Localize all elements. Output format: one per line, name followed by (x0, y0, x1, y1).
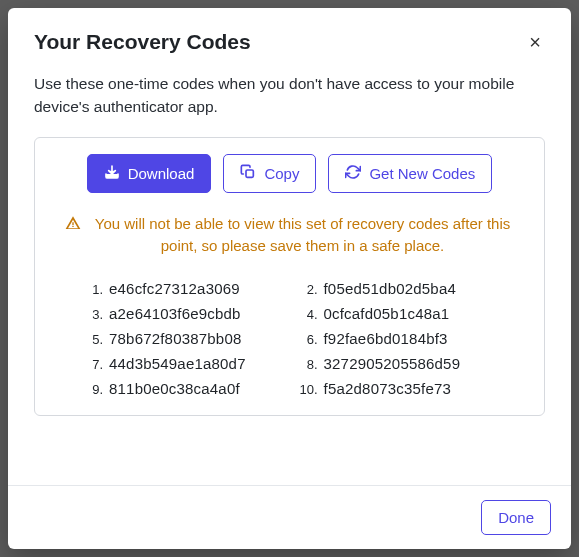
download-icon (104, 164, 120, 183)
copy-label: Copy (264, 165, 299, 182)
code-value: 3272905205586d59 (324, 355, 461, 372)
done-label: Done (498, 509, 534, 526)
code-item: 6.f92fae6bd0184bf3 (300, 330, 495, 347)
refresh-icon (345, 164, 361, 183)
code-item: 9.811b0e0c38ca4a0f (85, 380, 280, 397)
copy-icon (240, 164, 256, 183)
code-value: 0cfcafd05b1c48a1 (324, 305, 450, 322)
code-value: e46cfc27312a3069 (109, 280, 240, 297)
code-index: 7. (85, 357, 103, 372)
warning-message: You will not be able to view this set of… (65, 213, 514, 258)
code-index: 1. (85, 282, 103, 297)
code-index: 5. (85, 332, 103, 347)
close-icon: × (529, 31, 541, 53)
modal-header: Your Recovery Codes × (8, 8, 571, 62)
code-item: 5.78b672f80387bb08 (85, 330, 280, 347)
get-new-label: Get New Codes (369, 165, 475, 182)
download-label: Download (128, 165, 195, 182)
close-button[interactable]: × (525, 30, 545, 54)
recovery-codes-modal: Your Recovery Codes × Use these one-time… (8, 8, 571, 549)
svg-rect-1 (246, 170, 253, 177)
download-button[interactable]: Download (87, 154, 212, 193)
codes-card: Download Copy Get New Codes (34, 137, 545, 416)
code-value: 811b0e0c38ca4a0f (109, 380, 240, 397)
action-buttons: Download Copy Get New Codes (55, 154, 524, 193)
code-index: 8. (300, 357, 318, 372)
code-item: 1.e46cfc27312a3069 (85, 280, 280, 297)
code-item: 3.a2e64103f6e9cbdb (85, 305, 280, 322)
code-index: 9. (85, 382, 103, 397)
copy-button[interactable]: Copy (223, 154, 316, 193)
code-value: a2e64103f6e9cbdb (109, 305, 241, 322)
code-value: f5a2d8073c35fe73 (324, 380, 452, 397)
modal-body: Use these one-time codes when you don't … (8, 62, 571, 485)
code-index: 4. (300, 307, 318, 322)
code-value: 44d3b549ae1a80d7 (109, 355, 246, 372)
warning-icon (65, 215, 81, 238)
modal-title: Your Recovery Codes (34, 30, 251, 54)
instructions-text: Use these one-time codes when you don't … (34, 72, 545, 119)
code-item: 4.0cfcafd05b1c48a1 (300, 305, 495, 322)
code-index: 2. (300, 282, 318, 297)
warning-text: You will not be able to view this set of… (91, 213, 514, 258)
code-value: f92fae6bd0184bf3 (324, 330, 448, 347)
done-button[interactable]: Done (481, 500, 551, 535)
code-index: 10. (300, 382, 318, 397)
code-index: 6. (300, 332, 318, 347)
code-item: 10.f5a2d8073c35fe73 (300, 380, 495, 397)
modal-footer: Done (8, 485, 571, 549)
code-item: 8.3272905205586d59 (300, 355, 495, 372)
code-value: 78b672f80387bb08 (109, 330, 242, 347)
codes-list: 1.e46cfc27312a30692.f05ed51db02d5ba43.a2… (55, 280, 524, 397)
code-item: 2.f05ed51db02d5ba4 (300, 280, 495, 297)
code-value: f05ed51db02d5ba4 (324, 280, 457, 297)
code-index: 3. (85, 307, 103, 322)
get-new-codes-button[interactable]: Get New Codes (328, 154, 492, 193)
code-item: 7.44d3b549ae1a80d7 (85, 355, 280, 372)
